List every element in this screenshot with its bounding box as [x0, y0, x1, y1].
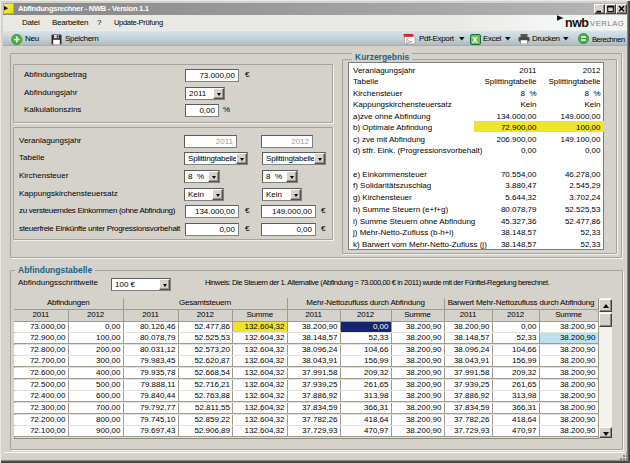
svg-text:VERLAG: VERLAG — [590, 19, 624, 28]
svg-text:X: X — [472, 34, 478, 44]
svg-text:nwb: nwb — [565, 16, 589, 30]
